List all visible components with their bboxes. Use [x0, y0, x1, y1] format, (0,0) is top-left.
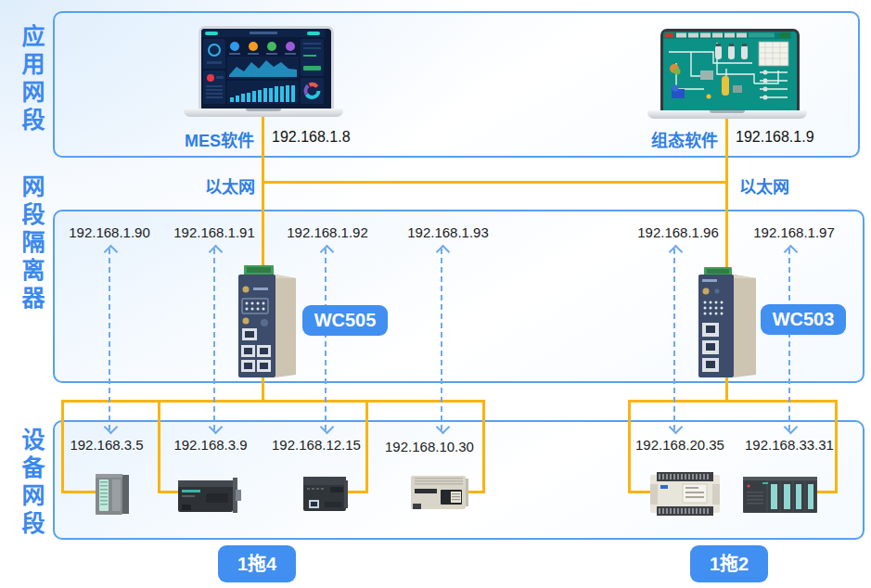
mes-laptop-screen: [199, 26, 334, 114]
section-title-isolator: 网段隔离器: [15, 174, 48, 313]
isolator-ip-1: 192.168.1.90: [49, 224, 170, 240]
network-topology-diagram: 应用网段 网段隔离器 设备网段: [0, 0, 871, 588]
mapping-arrow-2: [213, 249, 215, 430]
mes-ip: 192.168.1.8: [272, 129, 351, 146]
scada-laptop: [647, 29, 807, 119]
scada-laptop-screen: [660, 29, 800, 116]
left-bus-stub-1: [61, 491, 96, 493]
device-ip-1: 192.168.3.5: [46, 437, 167, 453]
mapping-arrow-6: [788, 249, 790, 430]
laptop-notch: [710, 110, 745, 113]
mes-laptop-base: [184, 109, 343, 117]
plc-siemens-module-image: [95, 472, 130, 520]
isolator-ip-3: 192.168.1.92: [267, 224, 388, 240]
left-bus-horizontal: [61, 400, 485, 403]
mes-laptop: [184, 26, 343, 117]
isolator-ip-4: 192.168.1.93: [388, 224, 508, 240]
ratio-badge-left: 1拖4: [218, 545, 296, 582]
right-bus-stub-2: [816, 491, 838, 493]
scada-hmi-image: [663, 32, 791, 108]
plc-siemens-s7300-image: [742, 475, 818, 518]
scada-laptop-base: [647, 110, 807, 119]
isolator-ip-5: 192.168.1.96: [618, 224, 738, 240]
wc505-device-image: [233, 265, 300, 381]
ethernet-label-right: 以太网: [739, 173, 789, 198]
device-ip-5: 192.168.20.35: [620, 437, 740, 453]
left-bus-stub-2: [158, 491, 180, 493]
scada-ip: 192.168.1.9: [736, 129, 814, 146]
plc-siemens-s71200-image: [302, 476, 349, 517]
left-bus-stub-3: [347, 491, 368, 493]
wc503-badge: WC503: [761, 304, 846, 335]
right-bus-horizontal: [628, 400, 838, 403]
device-ip-3: 192.168.12.15: [256, 437, 377, 453]
wc505-badge: WC505: [302, 305, 388, 336]
section-title-device: 设备网段: [15, 428, 48, 539]
isolator-ip-6: 192.168.1.97: [734, 224, 854, 240]
mapping-arrow-1: [109, 249, 110, 430]
mapping-arrow-4: [441, 249, 442, 430]
laptop-notch: [246, 109, 281, 111]
wc503-device-image: [691, 267, 762, 381]
isolator-ip-2: 192.168.1.91: [154, 224, 275, 240]
ethernet-bus-horizontal: [262, 181, 728, 184]
plc-delta-image: [649, 471, 721, 520]
plc-mitsubishi-fx-image: [410, 473, 469, 516]
device-ip-2: 192.168.3.9: [150, 437, 271, 453]
section-title-app: 应用网段: [15, 24, 48, 135]
device-ip-4: 192.168.10.30: [369, 439, 490, 454]
mapping-arrow-5: [673, 249, 675, 430]
device-ip-6: 192.168.33.31: [729, 437, 850, 453]
plc-siemens-s7200-image: [178, 475, 241, 519]
ethernet-label-left: 以太网: [198, 173, 255, 198]
scada-label: 组态软件: [638, 127, 718, 151]
mes-label: MES软件: [174, 127, 254, 151]
left-bus-stub-4: [468, 491, 485, 493]
mapping-arrow-3: [325, 249, 327, 430]
ratio-badge-right: 1拖2: [690, 545, 768, 582]
mes-dashboard-image: [201, 29, 326, 106]
